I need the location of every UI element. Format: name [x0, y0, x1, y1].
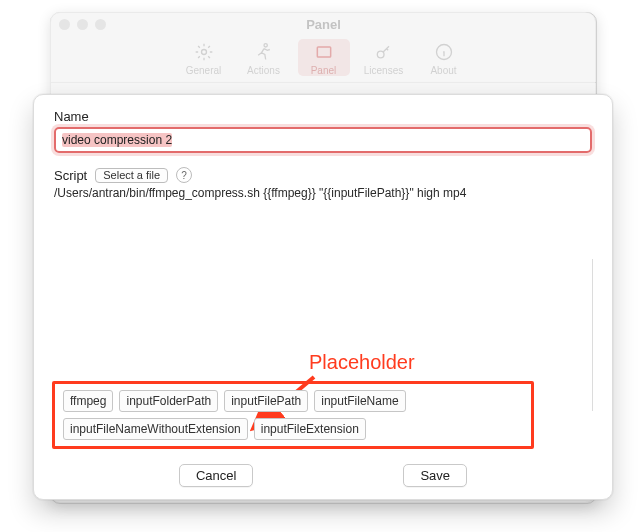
tab-label: Panel — [311, 65, 337, 76]
name-input-value: video compression 2 — [62, 133, 172, 147]
svg-point-3 — [377, 51, 384, 58]
panel-icon — [313, 41, 335, 63]
select-file-button[interactable]: Select a file — [95, 168, 168, 183]
save-button[interactable]: Save — [403, 464, 467, 487]
name-input[interactable]: video compression 2 — [56, 129, 590, 151]
button-row: Cancel Save — [34, 464, 612, 487]
save-label: Save — [420, 468, 450, 483]
close-dot-icon — [59, 19, 70, 30]
placeholder-chip[interactable]: inputFolderPath — [119, 390, 218, 412]
tab-panel: Panel — [298, 39, 350, 76]
cancel-button[interactable]: Cancel — [179, 464, 253, 487]
svg-rect-2 — [317, 47, 330, 57]
traffic-lights — [59, 19, 106, 30]
tab-about: About — [418, 39, 470, 76]
placeholder-chip[interactable]: inputFileExtension — [254, 418, 366, 440]
tab-general: General — [178, 39, 230, 76]
parent-toolbar: General Actions Panel — [51, 35, 596, 83]
key-icon — [373, 41, 395, 63]
info-icon — [433, 41, 455, 63]
cancel-label: Cancel — [196, 468, 236, 483]
name-field-highlight: video compression 2 — [54, 127, 592, 153]
name-label: Name — [54, 109, 592, 124]
zoom-dot-icon — [95, 19, 106, 30]
help-icon[interactable]: ? — [176, 167, 192, 183]
placeholder-chip[interactable]: inputFileName — [314, 390, 405, 412]
runner-icon — [253, 41, 275, 63]
edit-sheet: Name video compression 2 Script Select a… — [33, 94, 613, 500]
select-file-label: Select a file — [103, 169, 160, 181]
tab-label: Licenses — [364, 65, 403, 76]
tab-label: About — [430, 65, 456, 76]
parent-titlebar: Panel — [51, 13, 596, 35]
script-label: Script — [54, 168, 87, 183]
annotation-label: Placeholder — [309, 351, 415, 374]
placeholder-chip[interactable]: inputFilePath — [224, 390, 308, 412]
parent-title: Panel — [51, 17, 596, 32]
script-path-text: /Users/antran/bin/ffmpeg_compress.sh {{f… — [54, 186, 592, 200]
tab-label: Actions — [247, 65, 280, 76]
tab-licenses: Licenses — [358, 39, 410, 76]
placeholder-chip-group: ffmpeg inputFolderPath inputFilePath inp… — [52, 381, 534, 449]
textarea-border — [592, 259, 593, 411]
svg-point-0 — [201, 50, 206, 55]
placeholder-chip[interactable]: inputFileNameWithoutExtension — [63, 418, 248, 440]
tab-label: General — [186, 65, 222, 76]
gear-icon — [193, 41, 215, 63]
placeholder-chip[interactable]: ffmpeg — [63, 390, 113, 412]
minimize-dot-icon — [77, 19, 88, 30]
svg-point-1 — [264, 44, 267, 47]
tab-actions: Actions — [238, 39, 290, 76]
